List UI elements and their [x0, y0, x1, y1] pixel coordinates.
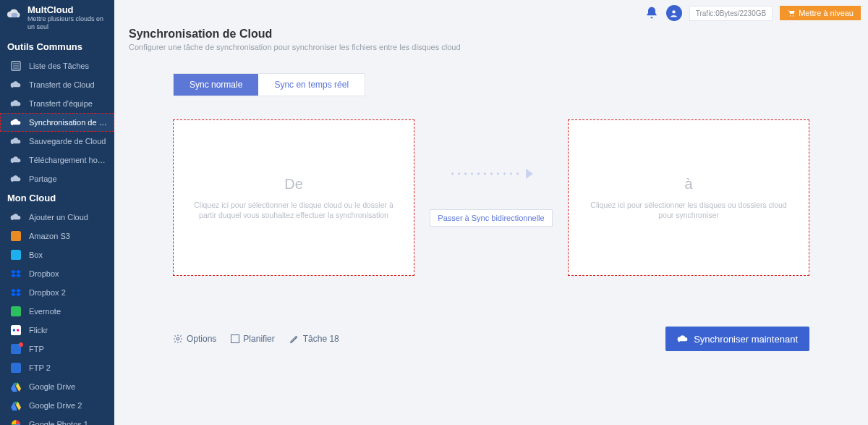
- sidebar-item-ftp-2[interactable]: FTP 2: [0, 358, 114, 377]
- svg-point-20: [793, 15, 794, 17]
- brand-tagline: Mettre plusieurs clouds en un seul: [27, 15, 109, 31]
- user-avatar[interactable]: [666, 5, 682, 21]
- sidebar-item-dropbox[interactable]: Dropbox: [0, 264, 114, 283]
- sidebar-item-dropbox-2[interactable]: Dropbox 2: [0, 283, 114, 302]
- direction-middle: Passer à Sync bidirectionnelle: [414, 169, 568, 227]
- sidebar-item-google-drive-2[interactable]: Google Drive 2: [0, 396, 114, 415]
- sidebar-item-label: FTP: [29, 345, 44, 353]
- sidebar-item-flickr[interactable]: Flickr: [0, 321, 114, 340]
- arrow-dots: [449, 172, 522, 175]
- schedule-link[interactable]: Planifier: [231, 334, 274, 344]
- sidebar-item-label: Partage: [29, 174, 57, 183]
- cloud-icon: [10, 98, 22, 109]
- options-link[interactable]: Options: [173, 334, 216, 344]
- cloud-sync-icon: [10, 117, 22, 128]
- sidebar-item-label: Box: [29, 251, 43, 259]
- target-description: Cliquez ici pour sélectionner les disque…: [583, 200, 794, 220]
- sidebar-item-label: Dropbox: [29, 269, 59, 278]
- svg-point-21: [176, 337, 179, 340]
- page-title: Synchronisation de Cloud: [129, 28, 854, 41]
- topbar: Trafic:0Bytes/2230GB Mettre à niveau: [114, 0, 868, 26]
- brand-block[interactable]: MultCloud Mettre plusieurs clouds en un …: [0, 0, 114, 37]
- cloud-icon: [10, 135, 22, 147]
- schedule-label: Planifier: [243, 334, 274, 344]
- sidebar-item-label: Téléchargement hors ligne: [29, 156, 107, 164]
- sidebar-item-label: Ajouter un Cloud: [29, 213, 88, 222]
- task-name-text: Tâche 18: [303, 334, 339, 344]
- svg-rect-12: [11, 363, 21, 373]
- sidebar-item-label: Synchronisation de Cloud: [29, 118, 107, 127]
- sidebar-section-tools: Outils Communs: [0, 37, 114, 56]
- google-drive-icon: [10, 400, 22, 411]
- traffic-indicator[interactable]: Trafic:0Bytes/2230GB: [689, 6, 773, 21]
- sidebar-item-label: Flickr: [29, 326, 48, 334]
- sidebar-item-label: Sauvegarde de Cloud: [29, 137, 106, 146]
- add-cloud-icon: [10, 211, 22, 223]
- source-description: Cliquez ici pour sélectionner le disque …: [188, 200, 399, 220]
- box-icon: [10, 249, 22, 261]
- brand-name: MultCloud: [27, 4, 109, 15]
- svg-rect-6: [11, 250, 21, 260]
- sidebar-item-team-transfer[interactable]: Transfert d'équipe: [0, 94, 114, 113]
- sidebar-item-add-cloud[interactable]: Ajouter un Cloud: [0, 208, 114, 227]
- sidebar-item-offline-download[interactable]: Téléchargement hors ligne: [0, 151, 114, 169]
- share-cloud-icon: [10, 173, 22, 185]
- google-drive-icon: [10, 381, 22, 392]
- sidebar: MultCloud Mettre plusieurs clouds en un …: [0, 0, 114, 425]
- main-area: Trafic:0Bytes/2230GB Mettre à niveau Syn…: [114, 0, 868, 425]
- sync-now-button[interactable]: Synchroniser maintenant: [665, 327, 809, 351]
- sidebar-item-amazon-s3[interactable]: Amazon S3: [0, 227, 114, 245]
- options-label: Options: [187, 334, 216, 344]
- checkbox-icon: [231, 334, 239, 343]
- content: Synchronisation de Cloud Configurer une …: [114, 26, 868, 425]
- sidebar-section-mycloud: Mon Cloud: [0, 188, 114, 208]
- sidebar-item-label: Amazon S3: [29, 232, 70, 240]
- switch-bidirectional-button[interactable]: Passer à Sync bidirectionnelle: [430, 209, 552, 227]
- task-name-field[interactable]: Tâche 18: [289, 334, 339, 344]
- flickr-icon: [10, 324, 22, 336]
- svg-point-0: [12, 13, 18, 17]
- cloud-sync-icon: [677, 333, 689, 345]
- svg-rect-8: [11, 325, 21, 335]
- sidebar-item-cloud-sync[interactable]: Synchronisation de Cloud: [0, 113, 114, 132]
- brand-cloud-icon: [6, 6, 23, 23]
- sidebar-item-cloud-backup[interactable]: Sauvegarde de Cloud: [0, 132, 114, 151]
- svg-point-9: [13, 329, 16, 332]
- target-drop-panel[interactable]: à Cliquez ici pour sélectionner les disq…: [568, 119, 809, 276]
- amazon-s3-icon: [10, 230, 22, 242]
- sidebar-item-google-drive[interactable]: Google Drive: [0, 377, 114, 396]
- ftp-icon: [10, 362, 22, 374]
- sidebar-item-label: Evernote: [29, 307, 61, 316]
- notification-dot: [19, 342, 23, 347]
- svg-point-19: [790, 15, 791, 17]
- tab-realtime-sync[interactable]: Sync en temps réel: [258, 74, 365, 96]
- list-icon: [10, 60, 22, 72]
- upgrade-label: Mettre à niveau: [799, 9, 854, 17]
- sidebar-item-label: Transfert de Cloud: [29, 80, 95, 89]
- sidebar-item-evernote[interactable]: Evernote: [0, 302, 114, 321]
- notification-bell-icon[interactable]: [644, 6, 659, 20]
- sidebar-item-label: FTP 2: [29, 363, 51, 372]
- pencil-icon: [289, 334, 299, 344]
- dropbox-icon: [10, 268, 22, 279]
- tab-normal-sync[interactable]: Sync normale: [174, 74, 258, 96]
- sidebar-item-cloud-transfer[interactable]: Transfert de Cloud: [0, 75, 114, 94]
- sidebar-item-share[interactable]: Partage: [0, 169, 114, 188]
- svg-rect-5: [11, 231, 21, 241]
- sidebar-item-label: Liste des Tâches: [29, 62, 89, 70]
- upgrade-button[interactable]: Mettre à niveau: [780, 6, 861, 20]
- sidebar-item-label: Transfert d'équipe: [29, 99, 93, 108]
- cloud-icon: [10, 79, 22, 91]
- target-title: à: [684, 176, 692, 193]
- sidebar-item-tasklist[interactable]: Liste des Tâches: [0, 56, 114, 75]
- dropbox-icon: [10, 287, 22, 298]
- sidebar-item-label: Dropbox 2: [29, 288, 66, 297]
- sidebar-item-box[interactable]: Box: [0, 245, 114, 264]
- cart-icon: [787, 9, 796, 17]
- sidebar-item-ftp[interactable]: FTP: [0, 340, 114, 358]
- sync-mode-tabs: Sync normale Sync en temps réel: [173, 73, 365, 96]
- sidebar-item-google-photos-1[interactable]: Google Photos 1: [0, 415, 114, 425]
- source-drop-panel[interactable]: De Cliquez ici pour sélectionner le disq…: [173, 119, 414, 276]
- sync-now-label: Synchroniser maintenant: [694, 334, 798, 345]
- svg-point-10: [17, 329, 20, 332]
